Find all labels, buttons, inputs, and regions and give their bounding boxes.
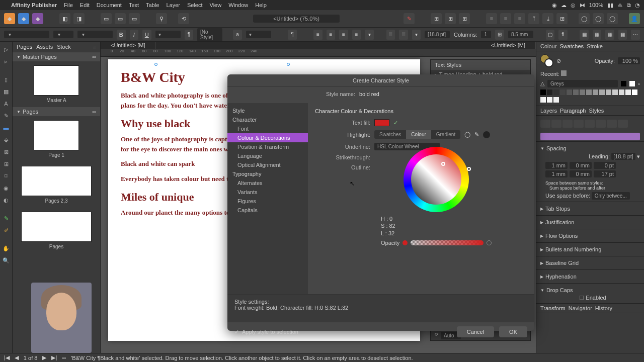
- para-align-1[interactable]: [540, 120, 550, 128]
- tab-pages[interactable]: Pages: [17, 44, 32, 50]
- current-colour-swatch[interactable]: [483, 131, 490, 138]
- menu-edit[interactable]: Edit: [80, 2, 90, 8]
- baseline-header[interactable]: ▶Baseline Grid: [540, 258, 640, 267]
- page-1-thumb[interactable]: Page 1: [13, 116, 100, 162]
- toolbar-arrange-2[interactable]: ≡: [500, 13, 511, 24]
- colour-mode-segmented[interactable]: Swatches Colour Gradient: [374, 130, 460, 139]
- align-justify-button[interactable]: ≡: [352, 30, 361, 40]
- no-colour-icon[interactable]: ◯: [464, 131, 470, 138]
- frame-opts-2[interactable]: fi: [558, 30, 568, 40]
- menu-select[interactable]: Select: [187, 2, 203, 8]
- left-indent[interactable]: 1 mm: [545, 162, 568, 169]
- tab-history[interactable]: History: [595, 305, 612, 311]
- selection-handle[interactable]: [154, 63, 157, 66]
- zoom-tool[interactable]: 🔍: [2, 256, 11, 265]
- style-icon[interactable]: ¶: [185, 30, 194, 40]
- tab-paragraph[interactable]: Paragraph: [560, 108, 586, 114]
- side-character[interactable]: Character: [227, 115, 308, 124]
- right-indent[interactable]: 0 mm: [570, 162, 592, 169]
- nav-last-icon[interactable]: ▶|: [51, 354, 57, 361]
- style-name-field[interactable]: bold red: [359, 91, 379, 97]
- side-figures[interactable]: Figures: [227, 197, 308, 206]
- tab-stops-header[interactable]: ▶Tab Stops: [540, 204, 640, 213]
- text-fill-colour[interactable]: [374, 119, 389, 126]
- sl-marker[interactable]: [441, 162, 445, 166]
- menu-text[interactable]: Text: [129, 2, 139, 8]
- font-weight-dropdown[interactable]: ▾: [77, 31, 113, 38]
- para-style-picker[interactable]: [540, 133, 640, 140]
- pages-header[interactable]: ▼ Pages ▫▫: [13, 107, 100, 116]
- align-left-button[interactable]: ≡: [313, 30, 323, 40]
- tab-transform[interactable]: Transform: [540, 305, 566, 311]
- seg-gradient[interactable]: Gradient: [431, 130, 460, 139]
- toolbar-link-icon[interactable]: ⟲: [178, 13, 189, 24]
- tab-swatches[interactable]: Swatches: [559, 43, 584, 49]
- opacity-value[interactable]: 100 %: [618, 57, 640, 64]
- cc-icon[interactable]: ◎: [571, 2, 576, 9]
- sw-white[interactable]: [629, 81, 635, 86]
- frame-opts-1[interactable]: ▢: [546, 30, 555, 40]
- tab-styles[interactable]: Styles: [589, 108, 604, 114]
- recent-swatch[interactable]: [561, 70, 567, 76]
- menu-help[interactable]: Help: [255, 2, 267, 8]
- side-font[interactable]: Font: [227, 124, 308, 133]
- toolbar-snap-2[interactable]: ◯: [593, 13, 604, 24]
- toolbar-btn-4[interactable]: ▭: [115, 13, 126, 24]
- baseline-1[interactable]: ▦: [580, 30, 589, 40]
- gutter-field[interactable]: 8.5 mm: [508, 31, 533, 38]
- tab-stroke[interactable]: Stroke: [587, 43, 603, 49]
- list-menu-button[interactable]: ▾: [412, 30, 421, 40]
- fill-tool[interactable]: ◉: [2, 184, 11, 193]
- leading-field[interactable]: [18.8 pt]: [611, 153, 635, 160]
- seg-swatches[interactable]: Swatches: [374, 130, 406, 139]
- doc-tab-2[interactable]: <Untitled> [M]: [481, 42, 536, 49]
- para-style-dropdown[interactable]: [No Style]: [197, 28, 222, 41]
- persona-photo-icon[interactable]: ◆: [32, 13, 43, 24]
- page-indicator[interactable]: 1 of 8: [24, 355, 38, 361]
- bold-button[interactable]: B: [117, 30, 126, 40]
- leading-field[interactable]: [18.8 pt]: [425, 31, 450, 38]
- side-capitals[interactable]: Capitals: [227, 206, 308, 215]
- page-23-thumb[interactable]: Pages 2,3: [13, 162, 100, 208]
- swatch-opts-icon[interactable]: ▫: [638, 81, 640, 87]
- nav-next-icon[interactable]: ▶: [42, 354, 46, 361]
- wifi-icon[interactable]: ⩕: [617, 2, 623, 8]
- space-after[interactable]: 17 pt: [594, 170, 616, 177]
- side-position[interactable]: Position & Transform: [227, 142, 308, 151]
- columns-field[interactable]: 1: [481, 31, 491, 38]
- record-icon[interactable]: ◉: [552, 2, 557, 9]
- spread-icon[interactable]: ▫▫: [62, 355, 66, 361]
- document-title[interactable]: <Untitled> (75.0%): [253, 15, 340, 23]
- menu-layer[interactable]: Layer: [166, 2, 180, 8]
- fill-stroke-selector[interactable]: [540, 54, 553, 67]
- flow-header[interactable]: ▶Flow Options: [540, 231, 640, 240]
- drop-caps-header[interactable]: ▼Drop Caps: [540, 286, 640, 295]
- brush-tool[interactable]: ✐: [2, 226, 11, 235]
- nav-first-icon[interactable]: |◀: [4, 354, 10, 361]
- opacity-slider[interactable]: [411, 240, 484, 245]
- para-align-3[interactable]: [562, 120, 573, 128]
- toolbar-align-2[interactable]: ⊞: [445, 13, 456, 24]
- toolbar-snap-3[interactable]: ◯: [607, 13, 618, 24]
- text-styles-header[interactable]: Text Styles: [431, 60, 530, 70]
- side-language[interactable]: Language: [227, 151, 308, 160]
- spacing-header[interactable]: ▼Spacing: [540, 144, 640, 153]
- last-line-indent[interactable]: 0 mm: [570, 170, 592, 177]
- master-pages-header[interactable]: ▼ Master Pages ▫▫: [13, 52, 100, 61]
- toolbar-arrange-4[interactable]: ⤒: [528, 13, 539, 24]
- toolbar-btn-2[interactable]: ◨: [73, 13, 85, 24]
- para-align-4[interactable]: [574, 120, 584, 128]
- text-fill-check-icon[interactable]: ✓: [393, 120, 398, 126]
- font-size-dropdown[interactable]: ▾: [53, 31, 73, 38]
- baseline-3[interactable]: ▦: [605, 30, 614, 40]
- use-space-dropdown[interactable]: Only betwee...: [592, 192, 630, 200]
- enabled-checkbox[interactable]: ☐ Enabled: [540, 295, 640, 301]
- table-tool[interactable]: ▦: [2, 87, 11, 96]
- selection-handle[interactable]: [287, 63, 290, 66]
- cloud-icon[interactable]: ☁: [561, 2, 567, 9]
- pages-view-icon[interactable]: ▫▫: [92, 109, 96, 115]
- align-menu-button[interactable]: ▾: [365, 30, 374, 40]
- side-alternates[interactable]: Alternates: [227, 178, 308, 188]
- move-tool[interactable]: ▷: [2, 45, 11, 54]
- side-variants[interactable]: Variants: [227, 188, 308, 197]
